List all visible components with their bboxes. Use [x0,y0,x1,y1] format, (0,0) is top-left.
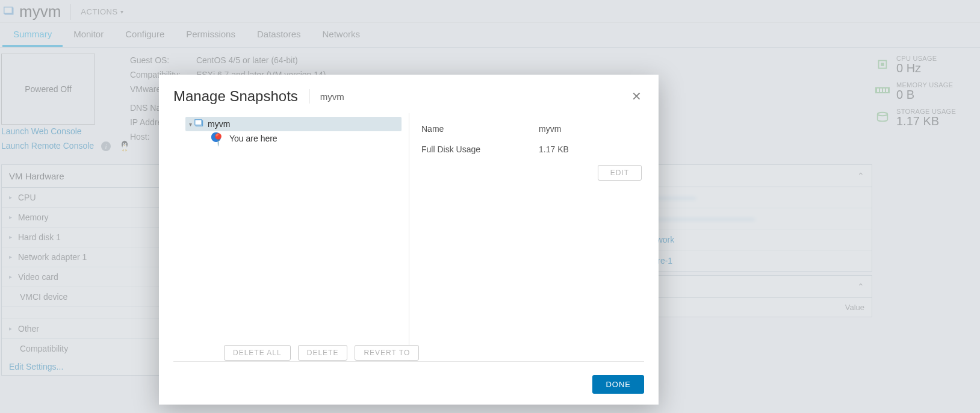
delete-all-button[interactable]: DELETE ALL [224,345,291,361]
vm-icon [194,119,204,129]
tree-node-label: myvm [208,119,230,129]
name-value: myvm [539,124,561,134]
snapshot-tree: ▾ myvm ⬤📍 You are here [173,113,409,361]
svg-rect-23 [195,120,202,125]
you-are-here-label: You are here [229,134,278,143]
done-button[interactable]: DONE [592,375,644,394]
delete-button[interactable]: DELETE [298,345,348,361]
edit-button[interactable]: EDIT [598,165,642,181]
snapshot-details: Namemyvm Full Disk Usage1.17 KB EDIT [409,113,644,361]
disk-label: Full Disk Usage [421,144,539,154]
name-label: Name [421,124,539,134]
tree-node-vm[interactable]: ▾ myvm [185,117,402,131]
revert-to-button[interactable]: REVERT TO [355,345,419,361]
manage-snapshots-dialog: Manage Snapshots myvm ✕ ▾ myvm ⬤📍 You ar… [159,75,659,405]
dialog-title: Manage Snapshots [173,88,298,105]
divider [309,89,309,104]
dialog-context: myvm [320,92,344,102]
close-icon[interactable]: ✕ [631,90,642,102]
disk-value: 1.17 KB [539,144,569,154]
tree-node-here[interactable]: ⬤📍 You are here [185,131,402,146]
tree-twisty-icon[interactable]: ▾ [189,121,192,128]
location-pin-icon: ⬤📍 [211,131,226,147]
